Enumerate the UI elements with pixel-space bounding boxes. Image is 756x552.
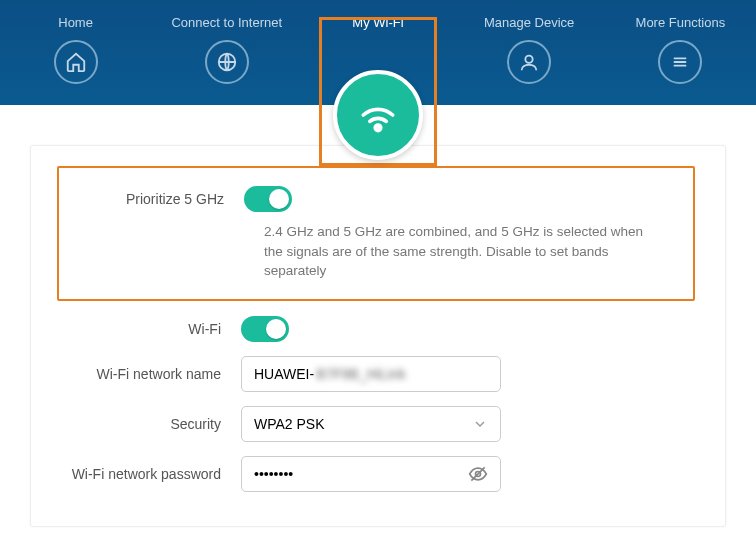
password-input[interactable]: •••••••• [241,456,501,492]
prioritize-row: Prioritize 5 GHz [64,186,678,212]
nav-more-label: More Functions [636,15,726,30]
security-row: Security WPA2 PSK [61,406,695,442]
nav-manage[interactable]: Manage Device [459,15,599,95]
nav-manage-label: Manage Device [484,15,574,30]
eye-hidden-icon[interactable] [468,464,488,484]
prioritize-description: 2.4 GHz and 5 GHz are combined, and 5 GH… [264,222,644,281]
wifi-icon [333,70,423,160]
password-value: •••••••• [254,466,293,482]
prioritize-label: Prioritize 5 GHz [64,191,244,207]
password-label: Wi-Fi network password [61,466,241,482]
nav-home[interactable]: Home [6,15,146,95]
person-icon [507,40,551,84]
home-icon [54,40,98,84]
nav-home-label: Home [58,15,93,30]
security-value: WPA2 PSK [254,416,325,432]
ssid-input[interactable]: HUAWEI-B7F9B_HiLink [241,356,501,392]
password-row: Wi-Fi network password •••••••• [61,456,695,492]
svg-point-2 [525,56,532,63]
prioritize-highlight: Prioritize 5 GHz 2.4 GHz and 5 GHz are c… [57,166,695,301]
settings-panel: Prioritize 5 GHz 2.4 GHz and 5 GHz are c… [30,145,726,527]
content-area: Prioritize 5 GHz 2.4 GHz and 5 GHz are c… [0,105,756,552]
wifi-enable-label: Wi-Fi [61,321,241,337]
nav-more[interactable]: More Functions [610,15,750,95]
ssid-label: Wi-Fi network name [61,366,241,382]
ssid-value-hidden: B7F9B_HiLink [316,366,406,382]
prioritize-toggle[interactable] [244,186,292,212]
ssid-row: Wi-Fi network name HUAWEI-B7F9B_HiLink [61,356,695,392]
nav-connect[interactable]: Connect to Internet [157,15,297,95]
security-label: Security [61,416,241,432]
wifi-enable-toggle[interactable] [241,316,289,342]
top-nav: Home Connect to Internet My Wi-Fi Manage… [0,0,756,105]
nav-wifi[interactable]: My Wi-Fi [308,15,448,95]
chevron-down-icon [472,416,488,432]
svg-point-1 [375,125,381,131]
menu-icon [658,40,702,84]
wifi-enable-row: Wi-Fi [61,316,695,342]
security-select[interactable]: WPA2 PSK [241,406,501,442]
globe-icon [205,40,249,84]
nav-connect-label: Connect to Internet [171,15,282,30]
ssid-value-visible: HUAWEI- [254,366,314,382]
